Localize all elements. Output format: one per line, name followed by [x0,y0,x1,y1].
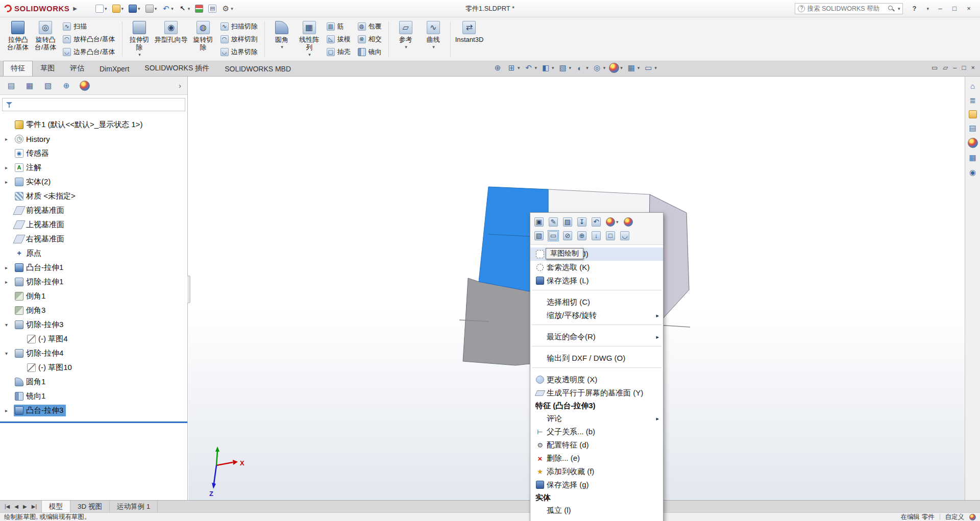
material-ball-button[interactable] [623,216,634,228]
draft-button[interactable]: ◺拔模 [325,33,352,45]
apply-scene-button[interactable]: ▦▾ [626,63,640,73]
appearance-ball-button[interactable]: ▾ [605,216,620,228]
menu-item-comment[interactable]: 评论▸ [530,412,663,425]
tree-item-sketch4[interactable]: (-) 草图4 [0,332,187,346]
tab-sketch[interactable]: 草图 [33,61,62,76]
edit-appearance-button[interactable]: ▾ [609,63,623,73]
revolved-cut-button[interactable]: ◍旋转切除 [189,18,217,60]
tree-item-sensors[interactable]: ◉传感器 [0,146,187,160]
tab-addins[interactable]: SOLIDWORKS 插件 [137,61,217,76]
menu-item-save-selection[interactable]: 保存选择 (L) [530,274,663,287]
menu-item-isolate[interactable]: 孤立 (l) [530,504,663,517]
tree-item-sketch10[interactable]: (-) 草图10 [0,360,187,375]
instant3d-button[interactable]: ⇄Instant3D [454,18,485,60]
translate-down-button[interactable]: ↓ [591,230,602,241]
tree-filter-box[interactable] [2,98,185,111]
tangent-button[interactable]: ◡ [619,230,630,241]
reference-geometry-button[interactable]: ▱参考▾ [392,18,420,60]
menu-item-plane-parallel-screen[interactable]: 生成平行于屏幕的基准面 (Y) [530,386,663,400]
custom-properties-icon[interactable]: ▦ [968,153,978,163]
help-caret-icon[interactable]: ▾ [926,6,929,11]
lofted-boss-button[interactable]: ◠放样凸台/基体 [61,33,117,45]
tree-item-material[interactable]: 材质 <未指定> [0,189,187,203]
design-library-icon[interactable]: ≣ [968,95,978,106]
zoom-area-button[interactable]: ⊞▾ [506,63,520,73]
menu-item-add-to-favorites[interactable]: ★添加到收藏 (f) [530,465,663,478]
sketch-rect-button[interactable]: ▭ [548,230,559,241]
view-orientation-button[interactable]: ▧▾ [558,63,572,73]
tree-expand-arrow[interactable]: ▸ [5,165,14,170]
next-tab-button[interactable]: ▶ [21,503,29,510]
tab-dimxpert[interactable]: DimXpert [92,62,137,76]
view-settings-button[interactable]: ▭▾ [643,63,657,73]
home-icon[interactable]: ⌂ [968,81,978,91]
linear-pattern-button[interactable]: ▦线性阵列▾ [296,18,323,60]
dropdown-caret-icon[interactable]: ▾ [616,219,619,225]
hole-wizard-button[interactable]: ◉异型孔向导 [153,18,189,60]
normal-to-button[interactable]: ↧ [576,216,587,228]
menu-item-parent-child[interactable]: ⊢父子关系... (b) [530,425,663,438]
hide-face-button[interactable]: ⊘ [562,230,573,241]
doc-restore-button[interactable]: ▱ [943,64,948,71]
featuremanager-tab-button[interactable]: ▤ [6,81,16,91]
appearances-icon[interactable] [968,138,978,148]
tree-item-chamfer1[interactable]: 倒角1 [0,289,187,303]
customize-status-button[interactable]: 自定义 [945,513,965,521]
curves-button[interactable]: ∿曲线▾ [420,18,447,60]
file-properties-button[interactable]: ▤ [207,4,217,14]
tree-item-solid-bodies[interactable]: ▸实体(2) [0,175,187,189]
tree-filter-input[interactable] [16,101,182,109]
tree-item-part[interactable]: 零件1 (默认<<默认>_显示状态 1>) [0,117,187,132]
propertymanager-tab-button[interactable]: ▦ [24,81,35,91]
configurationmanager-tab-button[interactable]: ▧ [43,81,53,91]
menu-item-change-transparency[interactable]: 更改透明度 (X) [530,373,663,386]
dropdown-caret-icon[interactable]: ▾ [121,6,124,11]
new-file-button[interactable]: ▾ [94,4,108,14]
previous-view-button[interactable]: ↶▾ [524,63,537,73]
tree-item-boss-extrude1[interactable]: ▸凸台-拉伸1 [0,260,187,275]
tree-expand-arrow[interactable]: ▸ [5,279,14,285]
edit-sketch-button[interactable]: ✎ [548,216,559,228]
swept-boss-button[interactable]: ∿扫描 [61,20,117,33]
dropdown-caret-icon[interactable]: ▾ [171,6,174,11]
tree-item-top-plane[interactable]: 上视基准面 [0,217,187,232]
menu-item-export-dxf-dwg[interactable]: 输出到 DXF / DWG (O) [530,352,663,365]
tree-expand-arrow[interactable]: ▾ [5,351,14,356]
menu-item-configure-feature[interactable]: ⚙配置特征 (d) [530,438,663,452]
print-button[interactable]: ▾ [144,4,158,14]
zoom-to-selection-button[interactable]: ⊕ [576,230,587,241]
dropdown-caret-icon[interactable]: ▾ [569,65,572,70]
options-gear-button[interactable]: ⚙▾ [220,4,234,14]
dropdown-caret-icon[interactable]: ▾ [155,6,157,11]
tab-mbd[interactable]: SOLIDWORKS MBD [217,62,299,76]
rollback-bar[interactable] [0,421,187,423]
forum-icon[interactable]: ◉ [968,167,978,178]
intersect-button[interactable]: ⊗相交 [356,33,383,45]
search-input[interactable] [807,5,885,12]
tree-expand-arrow[interactable]: ▸ [5,136,14,142]
close-button[interactable]: × [962,3,976,15]
tree-item-chamfer3[interactable]: 倒角3 [0,303,187,317]
mirror-button[interactable]: 镜向 [356,46,383,58]
fillet-button[interactable]: 圆角▾ [268,18,296,60]
undo-button[interactable]: ↶▾ [161,4,175,14]
dropdown-caret-icon[interactable]: ▾ [281,43,283,51]
model-tab[interactable]: 模型 [42,501,70,512]
displaymanager-tab-button[interactable] [80,81,90,91]
tree-item-boss-extrude3[interactable]: ▸凸台-拉伸3 [0,403,187,417]
menu-item-zoom-pan-rotate[interactable]: 缩放/平移/旋转▸ [530,309,663,322]
menu-item-lasso[interactable]: 套索选取 (K) [530,261,663,274]
lofted-cut-button[interactable]: ◠放样切割 [219,33,259,45]
tree-item-origin[interactable]: +原点 [0,246,187,260]
menu-item-save-selection2[interactable]: 保存选择 (g) [530,478,663,491]
tab-evaluate[interactable]: 评估 [62,61,92,76]
dropdown-caret-icon[interactable]: ▾ [620,65,623,70]
isometric-view-button[interactable]: ▧ [533,230,545,241]
dropdown-caret-icon[interactable]: ▾ [518,65,520,70]
extruded-boss-base-button[interactable]: 拉伸凸台/基体 [4,18,32,60]
dropdown-caret-icon[interactable]: ▾ [654,65,657,70]
tree-item-mirror1[interactable]: 镜向1 [0,389,187,403]
file-explorer-icon[interactable] [969,110,977,118]
prev-tab-button[interactable]: ◀ [13,503,20,510]
rib-button[interactable]: ▥筋 [325,20,352,33]
